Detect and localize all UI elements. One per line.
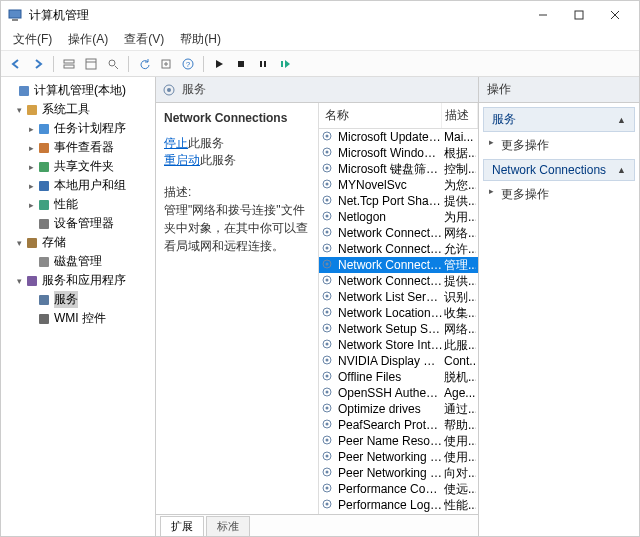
service-list[interactable]: Microsoft Update Health...Mai...Microsof… xyxy=(319,129,478,514)
tree-toggle[interactable]: ▸ xyxy=(25,162,37,172)
menu-item[interactable]: 帮助(H) xyxy=(172,29,229,50)
tree-item[interactable]: 设备管理器 xyxy=(3,214,153,233)
service-row[interactable]: Microsoft Windows SMS ...根据... xyxy=(319,145,478,161)
service-row[interactable]: Network Setup Service网络... xyxy=(319,321,478,337)
service-name-cell: OpenSSH Authentication ... xyxy=(338,386,444,400)
forward-button[interactable] xyxy=(29,55,47,73)
tree-item[interactable]: ▸任务计划程序 xyxy=(3,119,153,138)
service-row[interactable]: Network Connection Bro...允许... xyxy=(319,241,478,257)
tree-toggle[interactable]: ▸ xyxy=(25,143,37,153)
col-desc[interactable]: 描述 xyxy=(442,103,478,128)
tree-item[interactable]: ▸本地用户和组 xyxy=(3,176,153,195)
service-row[interactable]: Network List Service识别... xyxy=(319,289,478,305)
actions-more-2[interactable]: 更多操作 xyxy=(483,181,635,208)
tree-toggle[interactable]: ▸ xyxy=(25,200,37,210)
menu-item[interactable]: 操作(A) xyxy=(60,29,116,50)
svg-rect-29 xyxy=(27,276,37,286)
filter-button[interactable] xyxy=(104,55,122,73)
service-row[interactable]: Network Connections管理... xyxy=(319,257,478,273)
gear-icon xyxy=(321,482,335,496)
service-desc-cell: 通过... xyxy=(444,401,476,418)
start-button[interactable] xyxy=(210,55,228,73)
service-name-cell: PeafSearch Protect Service xyxy=(338,418,444,432)
tree-item[interactable]: WMI 控件 xyxy=(3,309,153,328)
stop-link[interactable]: 停止 xyxy=(164,136,188,150)
tree-pane[interactable]: 计算机管理(本地)▾系统工具▸任务计划程序▸事件查看器▸共享文件夹▸本地用户和组… xyxy=(1,77,156,536)
close-button[interactable] xyxy=(597,3,633,27)
tree-item[interactable]: ▸事件查看器 xyxy=(3,138,153,157)
restart-link[interactable]: 重启动 xyxy=(164,153,200,167)
service-row[interactable]: Microsoft 键盘筛选器控制... xyxy=(319,161,478,177)
clock-icon xyxy=(37,122,51,136)
service-row[interactable]: Net.Tcp Port Sharing Ser...提供... xyxy=(319,193,478,209)
service-row[interactable]: MYNovelSvc为您... xyxy=(319,177,478,193)
service-row[interactable]: Peer Networking Identity...向对... xyxy=(319,465,478,481)
service-row[interactable]: PeafSearch Protect Service帮助... xyxy=(319,417,478,433)
svg-point-53 xyxy=(326,279,329,282)
back-button[interactable] xyxy=(7,55,25,73)
tree-item[interactable]: ▾服务和应用程序 xyxy=(3,271,153,290)
tab-extended[interactable]: 扩展 xyxy=(160,516,204,536)
svg-point-43 xyxy=(326,199,329,202)
tree-item[interactable]: ▾存储 xyxy=(3,233,153,252)
service-row[interactable]: Performance Logs & Aler...性能... xyxy=(319,497,478,513)
tree-toggle[interactable]: ▸ xyxy=(25,181,37,191)
service-row[interactable]: Network Location Aware...收集... xyxy=(319,305,478,321)
actions-category-services[interactable]: 服务▲ xyxy=(483,107,635,132)
actions-category-selected[interactable]: Network Connections▲ xyxy=(483,159,635,181)
svg-point-49 xyxy=(326,247,329,250)
service-row[interactable]: Peer Networking Groupi...使用... xyxy=(319,449,478,465)
service-row[interactable]: Optimize drives通过... xyxy=(319,401,478,417)
menu-item[interactable]: 文件(F) xyxy=(5,29,60,50)
service-name-cell: Peer Name Resolution Pr... xyxy=(338,434,444,448)
service-row[interactable]: Offline Files脱机... xyxy=(319,369,478,385)
service-name-cell: NVIDIA Display Containe... xyxy=(338,354,444,368)
service-row[interactable]: Performance Counter DL...使远... xyxy=(319,481,478,497)
tree-item[interactable]: 磁盘管理 xyxy=(3,252,153,271)
gear-icon xyxy=(321,386,335,400)
scope-button[interactable] xyxy=(60,55,78,73)
tab-standard[interactable]: 标准 xyxy=(206,516,250,536)
service-name-cell: Net.Tcp Port Sharing Ser... xyxy=(338,194,444,208)
list-header-title: 服务 xyxy=(182,81,206,98)
maximize-button[interactable] xyxy=(561,3,597,27)
minimize-button[interactable] xyxy=(525,3,561,27)
tree-item[interactable]: 服务 xyxy=(3,290,153,309)
refresh-button[interactable] xyxy=(135,55,153,73)
menu-item[interactable]: 查看(V) xyxy=(116,29,172,50)
service-row[interactable]: OpenSSH Authentication ...Age... xyxy=(319,385,478,401)
stop-button[interactable] xyxy=(232,55,250,73)
svg-point-79 xyxy=(326,487,329,490)
svg-point-75 xyxy=(326,455,329,458)
pause-button[interactable] xyxy=(254,55,272,73)
service-desc-cell: Mai... xyxy=(444,130,476,144)
service-row[interactable]: Network Connected Devi...网络... xyxy=(319,225,478,241)
service-desc-cell: 允许... xyxy=(444,241,476,258)
service-row[interactable]: Netlogon为用... xyxy=(319,209,478,225)
export-button[interactable] xyxy=(157,55,175,73)
tree-item[interactable]: ▸性能 xyxy=(3,195,153,214)
gear-icon xyxy=(321,354,335,368)
service-row[interactable]: Microsoft Update Health...Mai... xyxy=(319,129,478,145)
service-row[interactable]: Network Store Interface ...此服... xyxy=(319,337,478,353)
actions-more-1[interactable]: 更多操作 xyxy=(483,132,635,159)
tree-item[interactable]: ▾系统工具 xyxy=(3,100,153,119)
tree-toggle[interactable]: ▾ xyxy=(13,238,25,248)
tree-item[interactable]: 计算机管理(本地) xyxy=(3,81,153,100)
tree-toggle[interactable]: ▾ xyxy=(13,105,25,115)
service-row[interactable]: Peer Name Resolution Pr...使用... xyxy=(319,433,478,449)
tree-label: 服务 xyxy=(54,291,78,308)
detail-button[interactable] xyxy=(82,55,100,73)
description-text: 管理"网络和拨号连接"文件夹中对象，在其中你可以查看局域网和远程连接。 xyxy=(164,201,310,255)
tree-label: 磁盘管理 xyxy=(54,253,102,270)
tree-toggle[interactable]: ▾ xyxy=(13,276,25,286)
restart-button[interactable] xyxy=(276,55,294,73)
separator xyxy=(128,56,129,72)
tree-toggle[interactable]: ▸ xyxy=(25,124,37,134)
service-row[interactable]: Network Connectivity Ass...提供... xyxy=(319,273,478,289)
help-button[interactable]: ? xyxy=(179,55,197,73)
gear-icon xyxy=(321,194,335,208)
service-row[interactable]: NVIDIA Display Containe...Cont... xyxy=(319,353,478,369)
tree-item[interactable]: ▸共享文件夹 xyxy=(3,157,153,176)
col-name[interactable]: 名称 xyxy=(319,103,442,128)
